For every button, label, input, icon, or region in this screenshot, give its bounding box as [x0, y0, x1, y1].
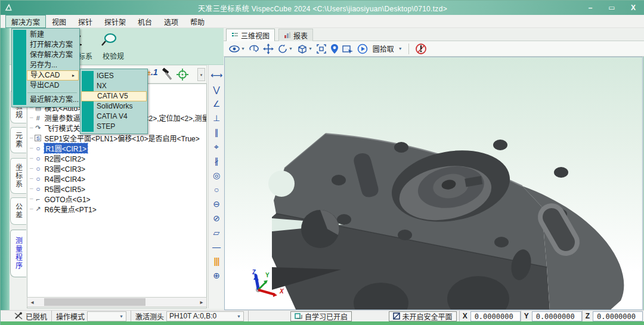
circularity-icon[interactable]: ○ [209, 183, 224, 196]
tab-report[interactable]: 报表 [278, 29, 313, 41]
angle-icon[interactable]: ∠ [209, 97, 224, 110]
menu-item-export-cad[interactable]: 导出CAD [12, 81, 79, 91]
tab-measure-program[interactable]: 测量程序 [10, 230, 26, 277]
view-toolbar: ▼ ▼ ▼ 圆拾取 ▼ [224, 41, 644, 57]
operation-mode-select[interactable]: ▼ [87, 311, 126, 321]
minimize-button[interactable]: – [584, 4, 597, 12]
offline-status: 已脱机 [10, 311, 52, 322]
submenu-item-step[interactable]: STEP [80, 122, 147, 132]
tab-coordinate-system[interactable]: 坐标系 [10, 158, 26, 194]
self-learn-toggle[interactable]: 自学习已开启 [290, 311, 352, 321]
tree-item-vector-point[interactable]: ┄↗R6矢量点<PT1> [30, 204, 207, 214]
straightness-icon[interactable]: ― [209, 240, 224, 253]
tab-elements[interactable]: 元素 [10, 127, 26, 153]
circle-pick-dropdown[interactable]: 圆拾取 ▼ [371, 44, 402, 54]
gauge-check-button[interactable]: 校验规 [99, 32, 128, 61]
position-icon[interactable]: ⌖ [209, 140, 224, 153]
vector-point-icon: ↗ [33, 205, 42, 213]
menu-probe[interactable]: 探针 [72, 15, 98, 28]
flatness-icon[interactable]: ▱ [209, 226, 224, 239]
toolbar-overflow-dropdown[interactable]: ▾ [197, 68, 205, 81]
menu-item-save-as[interactable]: 另存为... [12, 60, 79, 70]
zoom-fit-button[interactable] [316, 44, 327, 54]
menu-machine[interactable]: 机台 [132, 15, 158, 28]
locate-button[interactable] [330, 44, 339, 54]
circle-icon: ○ [33, 154, 42, 163]
play-icon [357, 44, 368, 54]
chevron-down-icon: ▼ [308, 47, 312, 51]
angularity-icon[interactable]: ∦ [209, 154, 224, 168]
active-probe-select[interactable]: PH10T A:0,B:0▼ [166, 311, 244, 321]
scrollbar-thumb[interactable] [44, 298, 145, 306]
submenu-item-catia-v4[interactable]: CATIA V4 [80, 112, 147, 122]
rotate-icon [277, 44, 288, 54]
total-runout-icon[interactable]: ⊕ [209, 269, 224, 282]
window-select-button[interactable] [342, 44, 354, 54]
submenu-item-solidworks[interactable]: SolidWorks [80, 101, 147, 112]
tree-item-circle-r5[interactable]: ┄○R5圆<CIR5> [30, 184, 207, 194]
symmetry-icon[interactable]: ⊖ [209, 197, 224, 211]
view-visibility-button[interactable]: ▼ [228, 44, 245, 54]
parallelism-icon[interactable]: ∥ [209, 126, 224, 139]
menu-solution[interactable]: 解决方案 [5, 15, 46, 28]
line-profile-icon[interactable]: ||| [209, 255, 224, 268]
tree-item-circle-r3[interactable]: ┄○R3圆<CIR3> [30, 163, 207, 174]
restore-button[interactable]: ▭ [605, 4, 618, 12]
menu-probe-rack[interactable]: 探针架 [98, 15, 132, 28]
safety-plane-toggle[interactable]: 未开启安全平面 [389, 311, 457, 321]
x-coordinate-label: X [459, 311, 470, 322]
close-button[interactable]: X [627, 4, 640, 12]
tree-item-circle-r2[interactable]: ┄○R2圆<CIR2> [30, 153, 207, 163]
3d-view-tab-icon [231, 32, 239, 39]
collision-warning-button[interactable] [415, 43, 427, 55]
tab-3d-view[interactable]: 三维视图 [226, 29, 275, 41]
menu-item-open-solution[interactable]: 打开解决方案 [12, 40, 79, 50]
tree-item-circle-r4[interactable]: ┄○R4圆<CIR4> [30, 174, 207, 184]
concentricity-icon[interactable]: ◎ [209, 169, 224, 182]
tree-item-safety-plane[interactable]: ┄SSEP1安全平面<PLN1>偏移<10>是否启用<True> [30, 133, 207, 143]
submenu-item-iges[interactable]: IGES [80, 71, 147, 81]
chevron-down-icon: ▼ [289, 47, 293, 51]
circle-icon: ○ [33, 144, 42, 153]
menu-item-recent-solutions[interactable]: 最近解决方案... [12, 95, 79, 105]
submenu-item-nx[interactable]: NX [80, 81, 147, 91]
move-icon [263, 44, 274, 54]
probe-target-icon[interactable] [175, 67, 190, 82]
scroll-right-arrow-icon[interactable]: ▸ [197, 298, 206, 307]
submenu-item-catia-v5[interactable]: CATIA V5 [81, 91, 147, 101]
chevron-down-icon: ▼ [398, 47, 402, 51]
safety-plane-icon: S [35, 135, 41, 141]
min-distance-icon[interactable]: ⋁ [209, 83, 224, 96]
menu-options[interactable]: 选项 [158, 15, 184, 28]
toolbar-separator [408, 44, 409, 54]
perpendicularity-icon[interactable]: ⊥ [209, 112, 224, 125]
window-title: 天准三坐标系统 VispecCube 2024 <C:\Users\jiaosi… [1, 3, 644, 13]
app-logo-icon [4, 2, 14, 13]
menu-view[interactable]: 视图 [46, 15, 72, 28]
tree-item-goto-point[interactable]: ┄⌐GOTO点<G1> [30, 194, 207, 204]
tree-horizontal-scrollbar[interactable]: ◂ ▸ [27, 297, 207, 307]
application-window: 天准三坐标系统 VispecCube 2024 <C:\Users\jiaosi… [0, 0, 644, 325]
axes-triad: Z Y X [247, 267, 289, 303]
run-button[interactable] [357, 44, 368, 54]
hammer-icon[interactable] [160, 67, 174, 82]
tab-tolerance[interactable]: 公差 [10, 197, 26, 225]
menu-item-save-solution[interactable]: 保存解决方案 [12, 50, 79, 60]
pan-button[interactable] [263, 44, 274, 54]
window-select-icon [342, 44, 354, 54]
tree-item-circle-r1[interactable]: ┄○R1圆<CIR1> [30, 143, 207, 153]
safety-plane-off-icon [393, 312, 400, 320]
menu-item-new[interactable]: 新建 [12, 30, 79, 40]
runout-icon[interactable]: ⊘ [209, 212, 224, 225]
distance-icon[interactable]: ⟷ [209, 69, 224, 82]
scroll-left-arrow-icon[interactable]: ◂ [27, 298, 37, 307]
window-bottom-edge [1, 321, 644, 325]
menu-item-import-cad[interactable]: 导入CAD ▸ [27, 70, 79, 81]
menu-help[interactable]: 帮助 [184, 15, 210, 28]
orbit-button[interactable] [249, 44, 259, 54]
view-cube-button[interactable]: ▼ [296, 44, 312, 54]
rotate-view-button[interactable]: ▼ [277, 44, 293, 54]
magnifier-icon [99, 32, 128, 49]
operation-mode-label: 操作模式 [56, 311, 85, 321]
3d-viewport[interactable]: Z Y X [224, 57, 643, 310]
